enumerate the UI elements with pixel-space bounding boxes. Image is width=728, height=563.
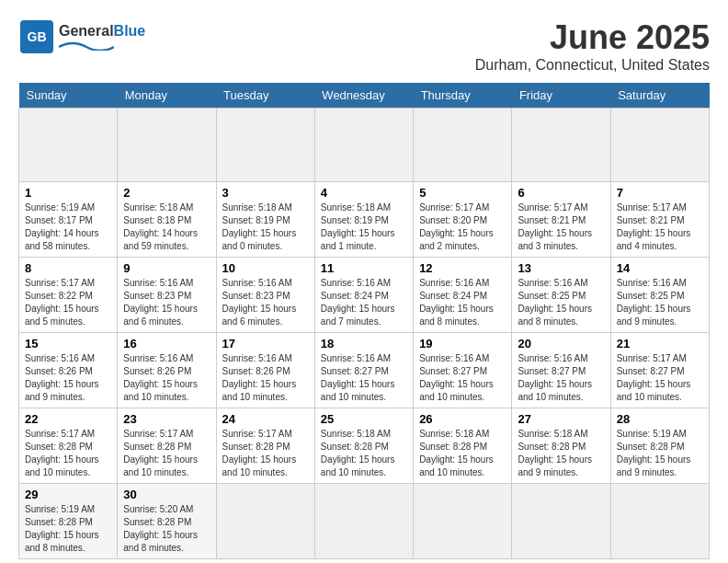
logo-general: General: [59, 23, 114, 39]
calendar-cell: [216, 484, 314, 559]
calendar-cell: [414, 109, 512, 182]
day-number: 17: [222, 337, 309, 350]
calendar-header-row: SundayMondayTuesdayWednesdayThursdayFrid…: [19, 83, 710, 109]
calendar-cell: 24Sunrise: 5:17 AMSunset: 8:28 PMDayligh…: [216, 408, 314, 484]
calendar-table: SundayMondayTuesdayWednesdayThursdayFrid…: [18, 83, 710, 559]
calendar-header-monday: Monday: [118, 83, 216, 109]
calendar-week-row: 8Sunrise: 5:17 AMSunset: 8:22 PMDaylight…: [19, 258, 710, 333]
day-info: Sunrise: 5:16 AMSunset: 8:26 PMDaylight:…: [25, 352, 111, 404]
day-number: 25: [321, 412, 407, 426]
calendar-cell: [216, 109, 314, 182]
day-number: 29: [25, 488, 111, 501]
calendar-week-row: 1Sunrise: 5:19 AMSunset: 8:17 PMDaylight…: [19, 182, 710, 258]
calendar-cell: [314, 484, 413, 559]
day-number: 23: [123, 412, 210, 426]
svg-text:GB: GB: [28, 29, 47, 44]
day-number: 14: [617, 261, 703, 275]
calendar-cell: [19, 109, 118, 182]
calendar-cell: 9Sunrise: 5:16 AMSunset: 8:23 PMDaylight…: [118, 258, 216, 333]
logo: GB GeneralBlue: [18, 18, 145, 55]
day-info: Sunrise: 5:18 AMSunset: 8:18 PMDaylight:…: [123, 201, 210, 253]
calendar-cell: 20Sunrise: 5:16 AMSunset: 8:27 PMDayligh…: [512, 333, 610, 408]
day-number: 13: [518, 261, 604, 275]
day-number: 30: [123, 488, 210, 501]
day-info: Sunrise: 5:16 AMSunset: 8:27 PMDaylight:…: [321, 352, 407, 404]
day-number: 22: [25, 412, 111, 426]
calendar-cell: 23Sunrise: 5:17 AMSunset: 8:28 PMDayligh…: [118, 408, 216, 484]
logo-icon: GB: [18, 18, 55, 55]
day-number: 1: [25, 186, 111, 200]
logo-blue: Blue: [114, 23, 146, 39]
day-info: Sunrise: 5:18 AMSunset: 8:19 PMDaylight:…: [222, 201, 309, 253]
calendar-cell: 30Sunrise: 5:20 AMSunset: 8:28 PMDayligh…: [118, 484, 216, 559]
day-info: Sunrise: 5:17 AMSunset: 8:28 PMDaylight:…: [25, 428, 111, 479]
calendar-cell: 22Sunrise: 5:17 AMSunset: 8:28 PMDayligh…: [19, 408, 118, 484]
calendar-cell: 4Sunrise: 5:18 AMSunset: 8:19 PMDaylight…: [314, 182, 413, 258]
day-number: 9: [123, 261, 210, 275]
calendar-header-sunday: Sunday: [19, 83, 118, 109]
day-info: Sunrise: 5:16 AMSunset: 8:23 PMDaylight:…: [123, 277, 210, 328]
calendar-cell: 2Sunrise: 5:18 AMSunset: 8:18 PMDaylight…: [118, 182, 216, 258]
calendar-cell: [314, 109, 413, 182]
day-number: 21: [617, 337, 703, 350]
calendar-cell: 25Sunrise: 5:18 AMSunset: 8:28 PMDayligh…: [314, 408, 413, 484]
day-info: Sunrise: 5:16 AMSunset: 8:26 PMDaylight:…: [222, 352, 309, 404]
day-info: Sunrise: 5:19 AMSunset: 8:28 PMDaylight:…: [25, 503, 111, 555]
day-number: 8: [25, 261, 111, 275]
day-info: Sunrise: 5:16 AMSunset: 8:26 PMDaylight:…: [123, 352, 210, 404]
day-number: 20: [518, 337, 604, 350]
calendar-cell: 18Sunrise: 5:16 AMSunset: 8:27 PMDayligh…: [314, 333, 413, 408]
calendar-week-row: 15Sunrise: 5:16 AMSunset: 8:26 PMDayligh…: [19, 333, 710, 408]
day-info: Sunrise: 5:20 AMSunset: 8:28 PMDaylight:…: [123, 503, 210, 555]
day-info: Sunrise: 5:16 AMSunset: 8:25 PMDaylight:…: [617, 277, 703, 328]
day-number: 5: [419, 186, 506, 200]
calendar-cell: [512, 484, 610, 559]
calendar-cell: 27Sunrise: 5:18 AMSunset: 8:28 PMDayligh…: [512, 408, 610, 484]
day-info: Sunrise: 5:17 AMSunset: 8:22 PMDaylight:…: [25, 277, 111, 328]
day-number: 15: [25, 337, 111, 350]
calendar-cell: 19Sunrise: 5:16 AMSunset: 8:27 PMDayligh…: [414, 333, 512, 408]
calendar-header-thursday: Thursday: [414, 83, 512, 109]
calendar-cell: 11Sunrise: 5:16 AMSunset: 8:24 PMDayligh…: [314, 258, 413, 333]
day-info: Sunrise: 5:18 AMSunset: 8:19 PMDaylight:…: [321, 201, 407, 253]
day-number: 4: [321, 186, 407, 200]
logo-wave: [59, 40, 114, 51]
calendar-cell: 14Sunrise: 5:16 AMSunset: 8:25 PMDayligh…: [610, 258, 709, 333]
day-number: 2: [123, 186, 210, 200]
day-info: Sunrise: 5:18 AMSunset: 8:28 PMDaylight:…: [518, 428, 604, 479]
location-title: Durham, Connecticut, United States: [475, 57, 710, 74]
calendar-cell: 8Sunrise: 5:17 AMSunset: 8:22 PMDaylight…: [19, 258, 118, 333]
day-number: 18: [321, 337, 407, 350]
calendar-cell: [512, 109, 610, 182]
calendar-cell: 15Sunrise: 5:16 AMSunset: 8:26 PMDayligh…: [19, 333, 118, 408]
calendar-header-friday: Friday: [512, 83, 610, 109]
calendar-header-wednesday: Wednesday: [314, 83, 413, 109]
day-info: Sunrise: 5:19 AMSunset: 8:17 PMDaylight:…: [25, 201, 111, 253]
calendar-cell: [118, 109, 216, 182]
calendar-cell: 17Sunrise: 5:16 AMSunset: 8:26 PMDayligh…: [216, 333, 314, 408]
day-info: Sunrise: 5:17 AMSunset: 8:21 PMDaylight:…: [617, 201, 703, 253]
day-info: Sunrise: 5:17 AMSunset: 8:28 PMDaylight:…: [123, 428, 210, 479]
day-number: 24: [222, 412, 309, 426]
calendar-cell: [414, 484, 512, 559]
calendar-cell: 12Sunrise: 5:16 AMSunset: 8:24 PMDayligh…: [414, 258, 512, 333]
calendar-cell: 3Sunrise: 5:18 AMSunset: 8:19 PMDaylight…: [216, 182, 314, 258]
day-info: Sunrise: 5:17 AMSunset: 8:27 PMDaylight:…: [617, 352, 703, 404]
title-section: June 2025 Durham, Connecticut, United St…: [475, 18, 710, 74]
day-number: 12: [419, 261, 506, 275]
calendar-cell: 6Sunrise: 5:17 AMSunset: 8:21 PMDaylight…: [512, 182, 610, 258]
day-info: Sunrise: 5:16 AMSunset: 8:25 PMDaylight:…: [518, 277, 604, 328]
day-info: Sunrise: 5:17 AMSunset: 8:28 PMDaylight:…: [222, 428, 309, 479]
calendar-cell: 28Sunrise: 5:19 AMSunset: 8:28 PMDayligh…: [610, 408, 709, 484]
day-number: 28: [617, 412, 703, 426]
day-info: Sunrise: 5:18 AMSunset: 8:28 PMDaylight:…: [321, 428, 407, 479]
day-number: 16: [123, 337, 210, 350]
calendar-week-row: [19, 109, 710, 182]
day-info: Sunrise: 5:17 AMSunset: 8:21 PMDaylight:…: [518, 201, 604, 253]
day-number: 11: [321, 261, 407, 275]
calendar-cell: 29Sunrise: 5:19 AMSunset: 8:28 PMDayligh…: [19, 484, 118, 559]
calendar-cell: 13Sunrise: 5:16 AMSunset: 8:25 PMDayligh…: [512, 258, 610, 333]
day-info: Sunrise: 5:17 AMSunset: 8:20 PMDaylight:…: [419, 201, 506, 253]
day-info: Sunrise: 5:18 AMSunset: 8:28 PMDaylight:…: [419, 428, 506, 479]
day-number: 27: [518, 412, 604, 426]
